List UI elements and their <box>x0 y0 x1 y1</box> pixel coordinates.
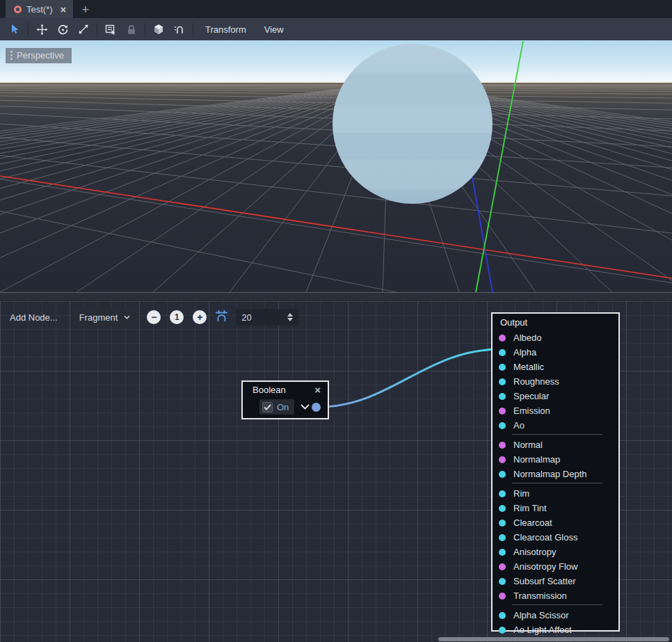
port-dot-icon[interactable] <box>499 378 506 385</box>
output-port-row[interactable]: Ao Light Affect <box>493 623 618 637</box>
zoom-reset-button[interactable]: 1 <box>170 310 184 324</box>
output-port-list: AlbedoAlphaMetallicRoughnessSpecularEmis… <box>493 330 618 637</box>
perspective-label: Perspective <box>17 50 64 61</box>
output-node[interactable]: Output AlbedoAlphaMetallicRoughnessSpecu… <box>491 312 620 632</box>
transform-menu[interactable]: Transform <box>196 24 255 35</box>
output-port-row[interactable]: Alpha Scissor <box>493 608 618 623</box>
port-dot-icon[interactable] <box>499 471 506 478</box>
toolbar-separator <box>28 23 29 35</box>
grid-snap-toggle[interactable] <box>215 310 228 326</box>
port-dot-icon[interactable] <box>499 364 506 371</box>
port-dot-icon[interactable] <box>499 563 506 570</box>
port-dot-icon[interactable] <box>499 578 506 585</box>
port-dot-icon[interactable] <box>499 408 506 415</box>
viewport-3d[interactable]: Perspective <box>0 40 672 292</box>
port-dot-icon[interactable] <box>499 627 506 634</box>
panel-divider[interactable] <box>0 292 672 301</box>
shader-mode-dropdown[interactable]: Fragment <box>72 308 138 326</box>
new-tab-button[interactable]: + <box>73 1 97 18</box>
output-port-row[interactable]: Roughness <box>493 374 618 389</box>
port-dot-icon[interactable] <box>499 456 506 463</box>
rotate-tool-button[interactable] <box>52 20 73 38</box>
scale-tool-button[interactable] <box>73 20 94 38</box>
port-label: Emission <box>513 406 550 416</box>
wire-boolean-to-alpha[interactable] <box>319 349 500 407</box>
port-label: Anisotropy <box>513 547 556 557</box>
scene-tab-bar: Test(*) × + <box>0 0 672 18</box>
zoom-in-button[interactable]: + <box>193 310 207 324</box>
output-port-row[interactable]: Rim <box>493 486 618 501</box>
collapse-chevron-icon[interactable] <box>301 404 310 410</box>
port-dot-icon[interactable] <box>499 549 506 556</box>
port-label: Specular <box>513 391 549 401</box>
port-label: Clearcoat Gloss <box>513 532 577 543</box>
local-space-button[interactable] <box>148 20 169 38</box>
port-dot-icon[interactable] <box>499 593 506 600</box>
snap-distance-spinbox[interactable]: 20 <box>236 309 298 326</box>
port-label: Metallic <box>513 362 544 372</box>
port-label: Albedo <box>513 332 541 343</box>
output-port-row[interactable]: Ao <box>493 418 618 433</box>
output-port-row[interactable]: Subsurf Scatter <box>493 574 618 588</box>
view-menu[interactable]: View <box>255 24 293 35</box>
port-dot-icon[interactable] <box>499 520 506 527</box>
port-label: Normalmap Depth <box>513 469 587 479</box>
move-icon <box>36 24 48 35</box>
toolbar-separator <box>193 23 193 35</box>
output-port-row[interactable]: Clearcoat Gloss <box>493 530 618 545</box>
port-label: Anisotropy Flow <box>513 561 577 572</box>
output-port-row[interactable]: Normalmap <box>493 452 618 467</box>
scene-tab-test[interactable]: Test(*) × <box>6 0 73 18</box>
port-dot-icon[interactable] <box>499 534 506 541</box>
port-dot-icon[interactable] <box>499 393 506 400</box>
output-port-row[interactable]: Alpha <box>493 345 618 360</box>
scale-icon <box>78 24 89 35</box>
tab-close-icon[interactable]: × <box>61 3 67 15</box>
scene-icon <box>14 6 22 13</box>
shader-mode-label: Fragment <box>79 312 118 323</box>
sphere-mesh[interactable] <box>333 44 493 204</box>
zoom-out-button[interactable]: − <box>147 310 161 324</box>
output-port-row[interactable]: Clearcoat <box>493 515 618 530</box>
checkbox-checked-icon[interactable] <box>262 402 273 412</box>
boolean-node[interactable]: Boolean × On <box>241 380 329 419</box>
output-port-row[interactable]: Normalmap Depth <box>493 467 618 481</box>
port-dot-icon[interactable] <box>499 612 506 619</box>
output-port-row[interactable]: Rim Tint <box>493 501 618 515</box>
output-port-row[interactable]: Normal <box>493 438 618 452</box>
perspective-menu[interactable]: Perspective <box>6 48 72 63</box>
output-port-row[interactable]: Specular <box>493 389 618 403</box>
boolean-value-toggle[interactable]: On <box>259 399 294 415</box>
snap-toggle-button[interactable] <box>169 20 190 38</box>
port-label: Alpha Scissor <box>513 610 568 620</box>
output-port-row[interactable]: Metallic <box>493 360 618 374</box>
move-tool-button[interactable] <box>31 20 52 38</box>
spinner-arrows-icon[interactable] <box>287 313 293 321</box>
boolean-output-port[interactable] <box>312 403 321 412</box>
scene-tab-label: Test(*) <box>26 4 53 15</box>
add-node-button[interactable]: Add Node... <box>0 312 67 323</box>
port-label: Ao Light Affect <box>513 625 572 635</box>
port-dot-icon[interactable] <box>499 422 506 429</box>
shader-graph-editor[interactable]: Add Node... Fragment − 1 + 20 <box>0 301 672 642</box>
port-dot-icon[interactable] <box>499 335 506 342</box>
output-node-title: Output <box>493 314 618 330</box>
list-select-tool-button[interactable] <box>100 20 121 38</box>
port-dot-icon[interactable] <box>499 442 506 449</box>
output-port-row[interactable]: Transmission <box>493 588 618 603</box>
horizontal-scrollbar-thumb[interactable] <box>438 637 669 641</box>
port-dot-icon[interactable] <box>499 490 506 497</box>
port-dot-icon[interactable] <box>499 349 506 356</box>
output-port-row[interactable]: Anisotropy <box>493 545 618 559</box>
close-node-icon[interactable]: × <box>314 385 321 395</box>
lock-icon <box>127 24 136 35</box>
select-tool-button[interactable] <box>4 20 25 38</box>
boolean-node-title: Boolean <box>253 385 286 395</box>
output-port-row[interactable]: Emission <box>493 403 618 418</box>
lock-tool-button[interactable] <box>121 20 142 38</box>
port-group-separator <box>512 434 602 436</box>
output-port-row[interactable]: Anisotropy Flow <box>493 559 618 574</box>
port-group-separator <box>512 604 602 607</box>
output-port-row[interactable]: Albedo <box>493 330 618 345</box>
port-dot-icon[interactable] <box>499 505 506 512</box>
